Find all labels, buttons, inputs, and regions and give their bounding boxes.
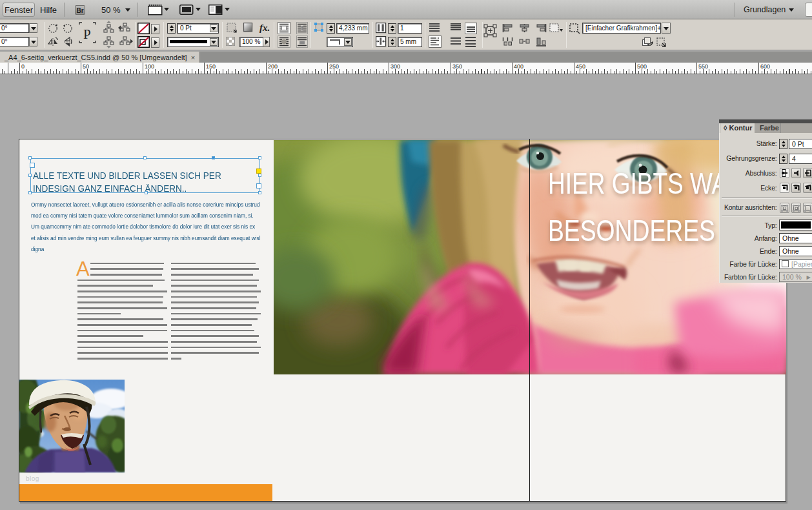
svg-text:P: P — [83, 26, 91, 42]
svg-text:BESONDERES: BESONDERES — [548, 213, 715, 247]
svg-text:HIER GIBTS WAS: HIER GIBTS WAS — [548, 166, 744, 200]
svg-text:fx.: fx. — [259, 23, 270, 33]
